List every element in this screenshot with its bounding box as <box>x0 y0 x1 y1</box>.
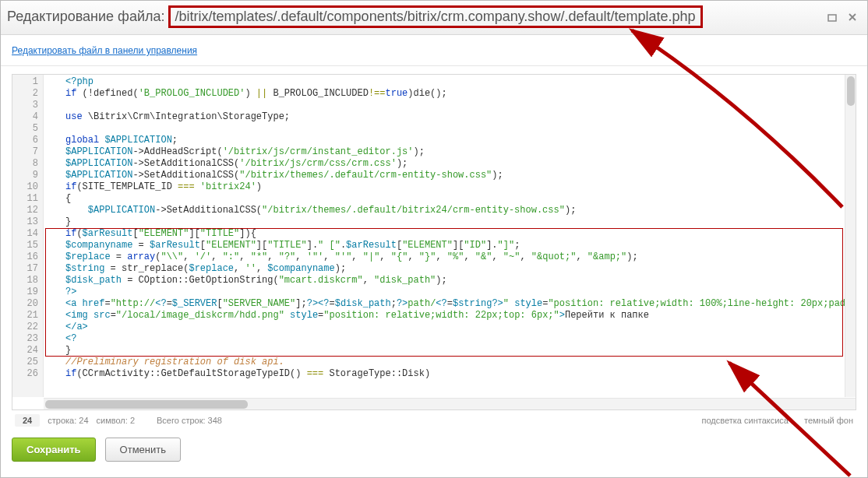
cursor-line: 24 <box>15 414 40 427</box>
titlebar-path: /bitrix/templates/.default/components/bi… <box>168 5 703 28</box>
save-button[interactable]: Сохранить <box>12 438 96 462</box>
titlebar-label: Редактирование файла: <box>7 9 165 25</box>
titlebar: Редактирование файла: /bitrix/templates/… <box>1 1 867 35</box>
panel-link-row: Редактировать файл в панели управления <box>1 35 867 66</box>
edit-in-panel-link[interactable]: Редактировать файл в панели управления <box>12 45 197 56</box>
statusbar: 24 строка: 24 символ: 2 Всего строк: 348… <box>12 413 856 428</box>
svg-rect-0 <box>828 15 836 21</box>
toggle-dark[interactable]: темный фон <box>804 416 853 425</box>
code-area[interactable]: <?phpif (!defined('B_PROLOG_INCLUDED') |… <box>44 75 856 397</box>
cancel-button[interactable]: Отменить <box>105 438 181 462</box>
scrollbar-thumb-h[interactable] <box>45 400 248 409</box>
maximize-icon[interactable] <box>825 10 839 24</box>
close-icon[interactable] <box>845 10 859 24</box>
code-editor[interactable]: 1234567891011121314151617181920212223242… <box>12 74 856 410</box>
line-gutter: 1234567891011121314151617181920212223242… <box>12 75 44 397</box>
status-col: символ: 2 <box>97 416 135 425</box>
scrollbar-thumb-v[interactable] <box>847 76 855 106</box>
toggle-syntax[interactable]: подсветка синтаксиса <box>702 416 789 425</box>
status-total: Всего строк: 348 <box>157 416 222 425</box>
scrollbar-vertical[interactable] <box>845 75 856 397</box>
status-line: строка: 24 <box>48 416 88 425</box>
scrollbar-horizontal[interactable] <box>44 398 856 409</box>
button-row: Сохранить Отменить <box>12 438 856 462</box>
